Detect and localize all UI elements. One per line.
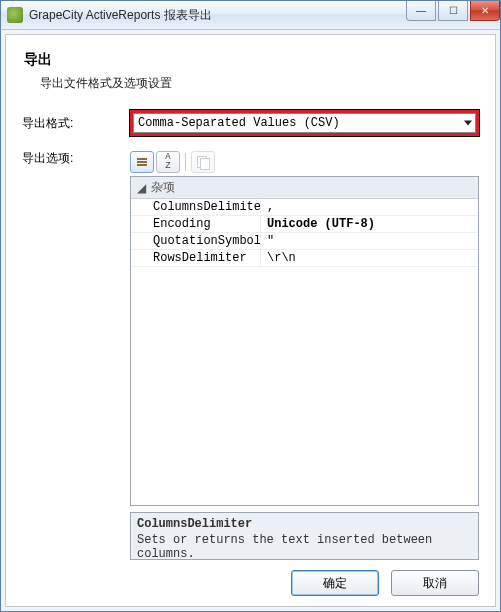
propgrid-row[interactable]: ColumnsDelimiter, <box>131 199 478 216</box>
propgrid-prop-value[interactable]: Unicode (UTF-8) <box>261 216 478 233</box>
propgrid-prop-name: RowsDelimiter <box>131 250 261 267</box>
ok-button[interactable]: 确定 <box>291 570 379 596</box>
collapse-icon[interactable]: ◢ <box>135 181 147 195</box>
propgrid-prop-value[interactable]: \r\n <box>261 250 478 267</box>
propgrid-category-label: 杂项 <box>151 179 175 196</box>
propgrid-row[interactable]: QuotationSymbol" <box>131 233 478 250</box>
window-body: 导出 导出文件格式及选项设置 导出格式: 导出选项: <box>0 30 501 612</box>
propgrid-row[interactable]: RowsDelimiter\r\n <box>131 250 478 267</box>
format-combo[interactable] <box>133 113 476 133</box>
propgrid-prop-name: ColumnsDelimiter <box>131 199 261 216</box>
page-title: 导出 <box>24 51 479 69</box>
propgrid-row[interactable]: EncodingUnicode (UTF-8) <box>131 216 478 233</box>
desc-prop-text: Sets or returns the text inserted betwee… <box>137 533 432 561</box>
maximize-button[interactable]: ☐ <box>438 1 468 21</box>
page-subtitle: 导出文件格式及选项设置 <box>40 75 479 92</box>
dialog-content: 导出 导出文件格式及选项设置 导出格式: 导出选项: <box>5 34 496 607</box>
propgrid-prop-name: Encoding <box>131 216 261 233</box>
app-icon <box>7 7 23 23</box>
toolbar-separator <box>185 153 186 171</box>
propgrid-category-header[interactable]: ◢ 杂项 <box>131 177 478 199</box>
pages-icon <box>197 156 210 169</box>
propgrid-toolbar: AZ <box>130 150 479 174</box>
window-title: GrapeCity ActiveReports 报表导出 <box>29 7 212 24</box>
cancel-button[interactable]: 取消 <box>391 570 479 596</box>
format-row: 导出格式: <box>22 110 479 136</box>
propgrid-prop-name: QuotationSymbol <box>131 233 261 250</box>
toolbar-pages-button <box>191 151 215 173</box>
propgrid-prop-value[interactable]: , <box>261 199 478 216</box>
toolbar-alphabetical-button[interactable]: AZ <box>156 151 180 173</box>
propgrid-prop-value[interactable]: " <box>261 233 478 250</box>
window-buttons: — ☐ ✕ <box>406 1 500 21</box>
format-highlight-box <box>130 110 479 136</box>
options-panel: AZ ◢ 杂项 ColumnsDelimiter,Encoding <box>130 150 479 560</box>
close-button[interactable]: ✕ <box>470 1 500 21</box>
titlebar: GrapeCity ActiveReports 报表导出 — ☐ ✕ <box>0 0 501 30</box>
propgrid-description: ColumnsDelimiter Sets or returns the tex… <box>130 512 479 560</box>
categorized-icon <box>137 158 147 166</box>
minimize-button[interactable]: — <box>406 1 436 21</box>
sort-az-icon: AZ <box>165 153 170 171</box>
dialog-buttons: 确定 取消 <box>22 570 479 596</box>
toolbar-categorized-button[interactable] <box>130 151 154 173</box>
propgrid-rows: ColumnsDelimiter,EncodingUnicode (UTF-8)… <box>131 199 478 505</box>
format-label: 导出格式: <box>22 115 130 132</box>
options-label: 导出选项: <box>22 150 130 560</box>
property-grid[interactable]: ◢ 杂项 ColumnsDelimiter,EncodingUnicode (U… <box>130 176 479 506</box>
desc-prop-name: ColumnsDelimiter <box>137 517 472 531</box>
